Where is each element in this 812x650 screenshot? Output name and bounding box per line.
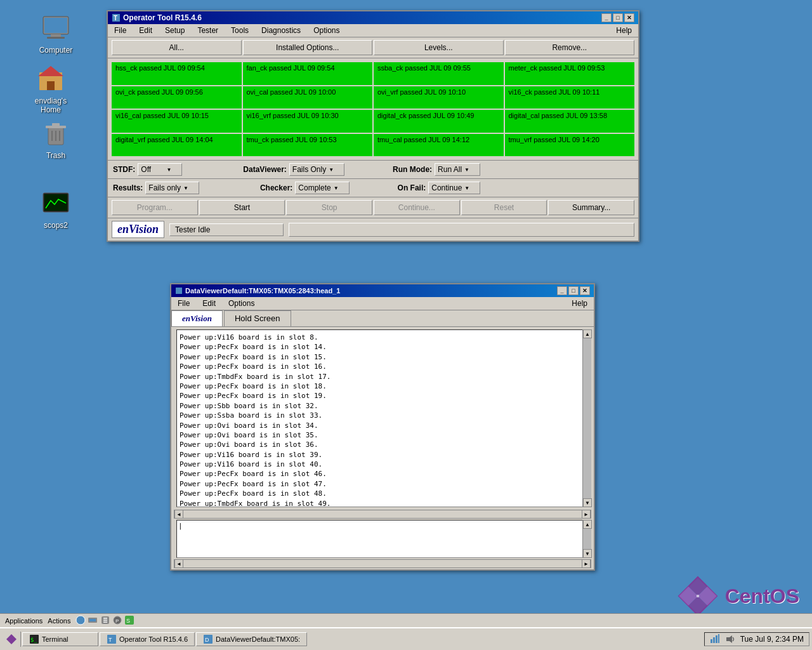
centos-text: CentOS bbox=[725, 585, 799, 608]
toolbar: All... Installed Options... Levels... Re… bbox=[108, 37, 638, 58]
minimize-button[interactable]: _ bbox=[601, 13, 612, 22]
dv-minimize-button[interactable]: _ bbox=[557, 286, 567, 295]
menu-tester[interactable]: Tester bbox=[195, 25, 221, 36]
levels-button[interactable]: Levels... bbox=[374, 40, 504, 55]
taskbar-item-operatortool[interactable]: T Operator Tool R15.4.6 bbox=[100, 632, 195, 646]
program-button[interactable]: Program... bbox=[112, 200, 198, 215]
svg-text:$_: $_ bbox=[30, 637, 37, 643]
svg-text:S: S bbox=[126, 618, 130, 624]
dv-input-scrollbar[interactable]: ▲ ▼ bbox=[582, 520, 591, 558]
menu-file[interactable]: File bbox=[112, 25, 129, 36]
taskbar-items: $_ Terminal T Operator Tool R15.4.6 D Da… bbox=[22, 632, 703, 646]
menu-options[interactable]: Options bbox=[311, 25, 342, 36]
menu-diagnostics[interactable]: Diagnostics bbox=[259, 25, 303, 36]
svg-marker-5 bbox=[38, 66, 63, 76]
svg-rect-2 bbox=[51, 34, 61, 37]
dv-bottom-hscroll[interactable]: ◄ ► bbox=[174, 559, 591, 568]
stop-button[interactable]: Stop bbox=[286, 200, 372, 215]
input-scroll-track[interactable] bbox=[583, 529, 591, 549]
controls-row-2: Results: Fails only Checker: Complete On… bbox=[108, 178, 638, 197]
taskbar-logo-icon[interactable] bbox=[5, 633, 18, 646]
test-cell: digital_cal passed JUL 09 13:58 bbox=[505, 110, 635, 133]
start-button[interactable]: Start bbox=[199, 200, 285, 215]
dv-tab-holdscreen[interactable]: Hold Screen bbox=[224, 310, 291, 326]
dv-scrollbar-v[interactable]: ▲ ▼ bbox=[582, 329, 591, 507]
centos-logo-icon bbox=[676, 574, 720, 618]
svg-rect-42 bbox=[710, 639, 712, 643]
log-line: Power up:Ovi board is in slot 36. bbox=[180, 440, 586, 449]
test-cell: tmu_vrf passed JUL 09 14:20 bbox=[505, 134, 635, 157]
input-scroll-down[interactable]: ▼ bbox=[583, 549, 592, 558]
hscroll-right[interactable]: ► bbox=[582, 510, 591, 519]
computer-label: Computer bbox=[39, 46, 73, 55]
taskbar-item-dataviewer[interactable]: D DataViewerDefault:TMX05: bbox=[196, 632, 307, 646]
stdf-dropdown[interactable]: Off bbox=[138, 163, 182, 176]
bottom-hscroll-left[interactable]: ◄ bbox=[174, 559, 183, 568]
dv-menu-edit[interactable]: Edit bbox=[200, 298, 218, 308]
dv-close-button[interactable]: ✕ bbox=[580, 286, 590, 295]
installed-options-button[interactable]: Installed Options... bbox=[243, 40, 373, 55]
test-cell: digital_vrf passed JUL 09 14:04 bbox=[112, 134, 242, 157]
dv-hscroll[interactable]: ◄ ► bbox=[174, 510, 591, 519]
close-button[interactable]: ✕ bbox=[624, 13, 634, 22]
log-line: Power up:PecFx board is in slot 46. bbox=[180, 469, 586, 479]
log-line: Power up:TmbdFx board is in slot 17. bbox=[180, 372, 586, 381]
test-cell: ovi_vrf passed JUL 09 10:10 bbox=[374, 86, 504, 109]
desktop-icon-scops2[interactable]: scops2 bbox=[30, 188, 81, 230]
all-button[interactable]: All... bbox=[112, 40, 242, 55]
tester-status: Tester Idle bbox=[169, 223, 284, 236]
summary-button[interactable]: Summary... bbox=[548, 200, 634, 215]
home-icon bbox=[36, 63, 66, 94]
dv-menu-help[interactable]: Help bbox=[569, 298, 590, 308]
dv-input-container: | ▲ ▼ bbox=[174, 520, 591, 558]
notif-apps[interactable]: Applications bbox=[5, 617, 43, 625]
scroll-up-button[interactable]: ▲ bbox=[583, 329, 592, 338]
remove-button[interactable]: Remove... bbox=[505, 40, 635, 55]
menu-edit[interactable]: Edit bbox=[136, 25, 155, 36]
menu-setup[interactable]: Setup bbox=[162, 25, 187, 36]
quick-launch bbox=[3, 632, 21, 647]
test-cell: hss_ck passed JUL 09 09:54 bbox=[112, 62, 242, 85]
input-scroll-up[interactable]: ▲ bbox=[583, 520, 592, 529]
desktop-icon-trash[interactable]: Trash bbox=[30, 118, 81, 160]
dv-menu-file[interactable]: File bbox=[175, 298, 192, 308]
scroll-down-button[interactable]: ▼ bbox=[583, 498, 592, 507]
dv-input-area[interactable]: | bbox=[176, 520, 589, 558]
scroll-track[interactable] bbox=[583, 338, 591, 498]
desktop-icon-home[interactable]: envdiag's Home bbox=[25, 63, 76, 114]
svg-text:D: D bbox=[205, 637, 209, 643]
svg-marker-46 bbox=[726, 635, 732, 643]
maximize-button[interactable]: □ bbox=[613, 13, 623, 22]
terminal-label: Terminal bbox=[42, 635, 69, 643]
dv-maximize-button[interactable]: □ bbox=[568, 286, 579, 295]
log-line: Power up:Vi16 board is in slot 40. bbox=[180, 460, 586, 469]
checker-dropdown[interactable]: Complete bbox=[295, 182, 349, 194]
scops2-label: scops2 bbox=[44, 221, 68, 230]
log-line: Power up:Ssba board is in slot 33. bbox=[180, 411, 586, 420]
onfail-dropdown[interactable]: Continue bbox=[428, 182, 480, 194]
window-controls: _ □ ✕ bbox=[601, 13, 634, 22]
svg-marker-35 bbox=[6, 634, 16, 644]
scops2-icon bbox=[41, 188, 71, 218]
runmode-label: Run Mode: bbox=[393, 165, 432, 174]
dataviewer-dropdown[interactable]: Fails Only bbox=[289, 163, 344, 176]
continue-button[interactable]: Continue... bbox=[374, 200, 460, 215]
test-cell: vi16_vrf passed JUL 09 10:30 bbox=[243, 110, 373, 133]
dv-tab-envision[interactable]: enVision bbox=[171, 310, 223, 326]
hscroll-left[interactable]: ◄ bbox=[174, 510, 183, 519]
checker-group: Checker: Complete bbox=[260, 182, 350, 194]
reset-button[interactable]: Reset bbox=[461, 200, 547, 215]
results-dropdown[interactable]: Fails only bbox=[145, 182, 199, 194]
svg-rect-26 bbox=[89, 619, 96, 621]
notif-actions[interactable]: Actions bbox=[48, 617, 70, 625]
menu-tools[interactable]: Tools bbox=[228, 25, 251, 36]
menu-help[interactable]: Help bbox=[613, 25, 634, 36]
dv-menu-options[interactable]: Options bbox=[226, 298, 257, 308]
onfail-label: On Fail: bbox=[398, 183, 426, 192]
taskbar-item-terminal[interactable]: $_ Terminal bbox=[22, 632, 98, 646]
desktop-icon-computer[interactable]: Computer bbox=[30, 13, 81, 55]
runmode-dropdown[interactable]: Run All bbox=[435, 163, 480, 176]
trash-label: Trash bbox=[46, 151, 65, 160]
test-cell: vi16_cal passed JUL 09 10:15 bbox=[112, 110, 242, 133]
bottom-hscroll-right[interactable]: ► bbox=[582, 559, 591, 568]
